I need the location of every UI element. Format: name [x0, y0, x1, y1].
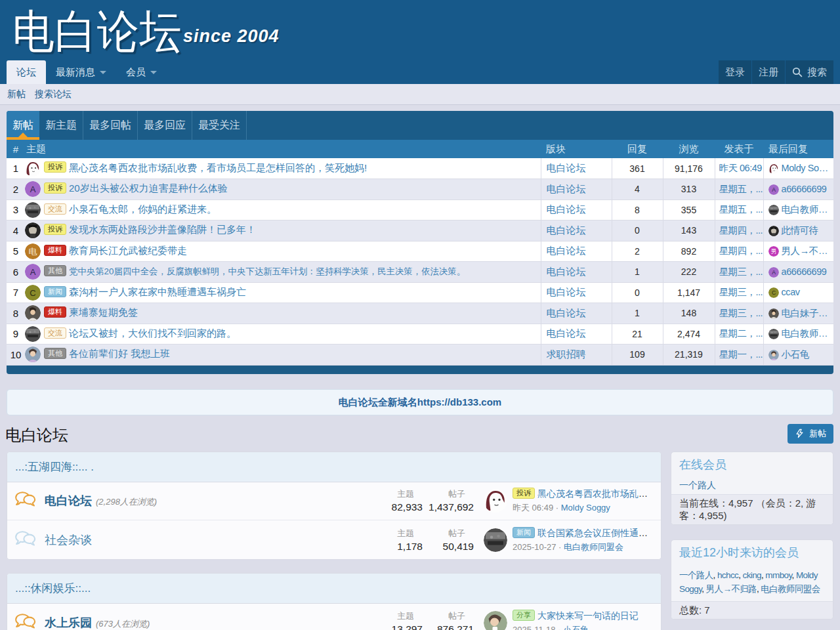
svg-text:C: C [30, 287, 35, 297]
svg-text:电: 电 [29, 246, 37, 256]
svg-text:A: A [30, 184, 36, 194]
svg-text:A: A [30, 267, 36, 277]
svg-text:C: C [772, 289, 776, 296]
svg-text:男: 男 [770, 249, 776, 255]
svg-text:A: A [772, 186, 776, 193]
svg-text:A: A [772, 269, 776, 276]
